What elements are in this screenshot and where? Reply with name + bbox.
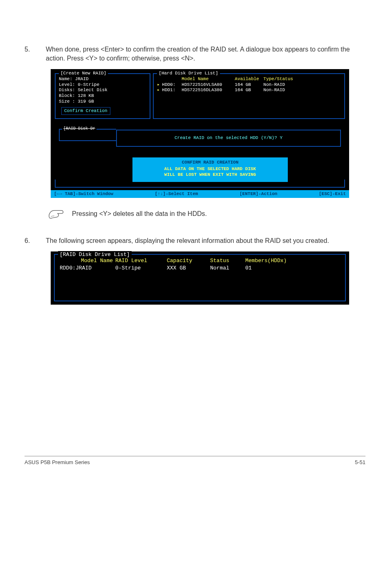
- note-callout: Pressing <Y> deletes all the data in the…: [47, 208, 349, 220]
- raid-list-stub-title: [RAID Disk Dr: [62, 126, 96, 132]
- hdd1-type: Non-RAID: [263, 88, 285, 93]
- key-select: [↑↓]-Select Item: [155, 191, 198, 197]
- panel2-title: [RAID Disk Drive List]: [58, 251, 132, 258]
- create-line-size: Size : 319 GB: [59, 99, 146, 105]
- confirm-creation-button[interactable]: Confirm Creation: [61, 107, 110, 115]
- key-enter: [ENTER]-Action: [240, 191, 277, 197]
- create-panel-title: [Create New RAID]: [59, 71, 108, 76]
- key-esc: [ESC]-Exit: [319, 191, 346, 197]
- step-6-number: 6.: [25, 236, 34, 245]
- hdd-row-1: ▸ HDD1: HDS722516DLA380 164 GB Non-RAID: [157, 88, 341, 93]
- marker-icon: ▸: [157, 88, 162, 93]
- hdd-panel-title: [Hard Disk Drive List]: [157, 71, 220, 76]
- bios-screenshot-2: [RAID Disk Drive List] Model Name RAID L…: [51, 251, 349, 305]
- footer-left: ASUS P5B Premium Series: [25, 459, 90, 466]
- step-5-text: When done, press <Enter> to confirm the …: [46, 45, 365, 63]
- step-5: 5. When done, press <Enter> to confirm t…: [25, 45, 365, 63]
- r0-model: RDD0:JRAID: [60, 265, 113, 272]
- confirm-box-line-a: ALL DATA ON THE SELECTED HARD DISK: [141, 166, 279, 172]
- col-members: Members(HDDx): [245, 257, 287, 265]
- create-line-name: Name: JRAID: [59, 76, 146, 82]
- step-6: 6. The following screen appears, display…: [25, 236, 365, 245]
- confirm-box-line-b: WILL BE LOST WHEN EXIT WITH SAVING: [141, 172, 279, 178]
- create-line-block: Block: 128 KB: [59, 93, 146, 99]
- hdd-head-type: Type/Status: [263, 76, 293, 82]
- page-footer: ASUS P5B Premium Series 5-51: [25, 456, 365, 466]
- footer-right: 5-51: [355, 459, 365, 466]
- hdd-head-avail: Available: [235, 76, 263, 82]
- step-6-text: The following screen appears, displaying…: [46, 236, 365, 245]
- r0-cap: XXX GB: [167, 265, 208, 272]
- confirm-raid-creation-box: CONFIRM RAID CREATION ALL DATA ON THE SE…: [132, 157, 288, 182]
- create-line-level: Level: 0-Stripe: [59, 82, 146, 88]
- raid-disk-drive-list-panel: [RAID Disk Drive List] Model Name RAID L…: [54, 254, 346, 301]
- hdd1-name: HDS722516DLA380: [182, 88, 235, 93]
- bios-screenshot-1: [Create New RAID] Name: JRAID Level: 0-S…: [51, 69, 349, 198]
- dialog-prompt[interactable]: Create RAID on the selected HDD (Y/N)? Y: [125, 135, 332, 141]
- create-raid-dialog: Create RAID on the selected HDD (Y/N)? Y: [116, 130, 341, 147]
- create-new-raid-panel: [Create New RAID] Name: JRAID Level: 0-S…: [55, 73, 150, 119]
- col-status: Status: [210, 257, 243, 265]
- raid-row-0: RDD0:JRAID 0-Stripe XXX GB Normal 01: [60, 265, 340, 272]
- hdd1-avail: 164 GB: [235, 88, 263, 93]
- hdd0-type: Non-RAID: [263, 82, 285, 88]
- bios-keybar: [←→ TAB]-Switch Window [↑↓]-Select Item …: [51, 190, 349, 198]
- r0-stat: Normal: [210, 265, 243, 272]
- hdd0-idx: HDD0:: [162, 82, 182, 88]
- hdd0-avail: 164 GB: [235, 82, 263, 88]
- hdd0-name: HDS722516VLSA80: [182, 82, 235, 88]
- pointing-hand-icon: [47, 208, 65, 220]
- hdd1-idx: HDD1:: [162, 88, 182, 93]
- note-text: Pressing <Y> deletes all the data in the…: [72, 208, 207, 218]
- hdd-row-0: ▸ HDD0: HDS722516VLSA80 164 GB Non-RAID: [157, 82, 341, 88]
- r0-memb: 01: [245, 265, 252, 272]
- step-5-number: 5.: [25, 45, 34, 63]
- confirm-box-title: CONFIRM RAID CREATION: [141, 160, 279, 166]
- create-line-disks: Disks: Select Disk: [59, 88, 146, 93]
- marker-icon: ▸: [157, 82, 162, 88]
- raid-list-stub: [RAID Disk Dr: [59, 129, 116, 141]
- hdd-head-model: Model Name: [182, 76, 235, 82]
- key-tab: [←→ TAB]-Switch Window: [54, 191, 113, 197]
- hdd-list-panel: [Hard Disk Drive List] Model Name Availa…: [153, 73, 345, 119]
- r0-level: 0-Stripe: [115, 265, 164, 272]
- col-capacity: Capacity: [167, 257, 208, 265]
